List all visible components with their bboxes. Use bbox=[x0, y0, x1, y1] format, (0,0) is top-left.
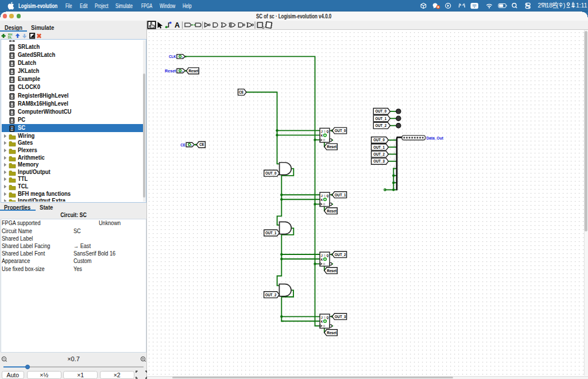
svg-text:Reset: Reset bbox=[327, 208, 336, 214]
svg-text:4: 4 bbox=[394, 166, 395, 168]
svg-text:(: ( bbox=[556, 2, 559, 9]
svg-text:J: J bbox=[321, 316, 323, 319]
svg-text:A: A bbox=[175, 21, 180, 29]
svg-text:7: 7 bbox=[394, 187, 395, 190]
svg-text:OUT_3: OUT_3 bbox=[335, 314, 346, 319]
svg-text:Reset: Reset bbox=[189, 68, 199, 74]
svg-text:): ) bbox=[563, 2, 566, 9]
svg-text:2: 2 bbox=[394, 152, 395, 154]
svg-text:18: 18 bbox=[546, 2, 553, 9]
svg-text:R: R bbox=[323, 203, 326, 206]
svg-text:Reset: Reset bbox=[165, 68, 176, 74]
svg-text:J: J bbox=[321, 130, 323, 133]
svg-text:1:11: 1:11 bbox=[576, 2, 587, 9]
svg-text:Q: Q bbox=[327, 195, 329, 198]
svg-text:J: J bbox=[321, 254, 323, 257]
svg-text:OUT_1: OUT_1 bbox=[265, 230, 277, 235]
svg-text:OUT_1: OUT_1 bbox=[376, 116, 387, 121]
svg-text:OUT_1: OUT_1 bbox=[335, 192, 346, 198]
svg-text:J: J bbox=[321, 195, 323, 198]
svg-text:CE: CE bbox=[239, 90, 243, 95]
svg-text:Data_Out: Data_Out bbox=[427, 136, 444, 141]
svg-text:K: K bbox=[321, 320, 323, 323]
svg-text:3: 3 bbox=[394, 158, 395, 161]
svg-text:Q: Q bbox=[327, 254, 329, 257]
svg-text:Reset: Reset bbox=[327, 330, 336, 335]
svg-text:CE: CE bbox=[180, 142, 185, 148]
svg-text:OUT_2: OUT_2 bbox=[335, 252, 346, 257]
svg-text:OUT_0: OUT_0 bbox=[265, 171, 277, 176]
svg-text:0: 0 bbox=[394, 138, 395, 140]
svg-text:5: 5 bbox=[394, 173, 395, 175]
svg-text:CLK: CLK bbox=[169, 54, 176, 59]
svg-text:OUT_2: OUT_2 bbox=[376, 123, 387, 128]
svg-text:OUT_0: OUT_0 bbox=[373, 137, 385, 142]
svg-text:OUT_0: OUT_0 bbox=[335, 128, 346, 133]
svg-text:CE: CE bbox=[199, 142, 204, 147]
svg-text:Q: Q bbox=[327, 316, 329, 319]
svg-text:R: R bbox=[323, 263, 326, 266]
svg-text:2: 2 bbox=[538, 2, 541, 9]
svg-text:OUT_3: OUT_3 bbox=[373, 158, 385, 164]
svg-text:K: K bbox=[321, 258, 323, 261]
svg-text:R: R bbox=[323, 325, 326, 328]
svg-text:Reset: Reset bbox=[327, 144, 336, 149]
svg-text:Q: Q bbox=[327, 130, 329, 133]
svg-text:K: K bbox=[321, 134, 323, 137]
svg-text:6: 6 bbox=[394, 180, 395, 183]
svg-text:K: K bbox=[321, 199, 323, 202]
svg-text:Reset: Reset bbox=[327, 268, 336, 273]
svg-text:OUT_1: OUT_1 bbox=[373, 145, 385, 150]
svg-text:R: R bbox=[323, 139, 326, 142]
svg-text:OUT_2: OUT_2 bbox=[373, 152, 385, 157]
svg-text:OUT_2: OUT_2 bbox=[265, 292, 277, 297]
svg-text:OUT_0: OUT_0 bbox=[376, 109, 387, 114]
svg-text:1: 1 bbox=[394, 145, 395, 147]
